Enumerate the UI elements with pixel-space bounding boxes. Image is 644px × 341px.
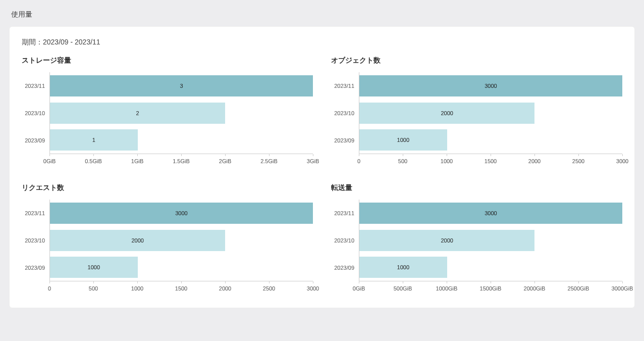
y-axis-label: 2023/09 (22, 254, 47, 281)
chart-area: 2023/112023/102023/093000200010000GiB500… (331, 200, 622, 296)
bar: 2000 (359, 230, 534, 251)
x-axis-label: 1GiB (131, 158, 143, 164)
y-axis-label: 2023/10 (22, 227, 47, 254)
x-axis-label: 1500 (485, 158, 497, 164)
charts-grid: ストレージ容量 2023/112023/102023/093210GiB0.5G… (22, 56, 622, 296)
y-axis-label: 2023/11 (22, 200, 47, 227)
chart-transfer: 転送量 2023/112023/102023/093000200010000Gi… (331, 183, 622, 296)
x-axis-label: 3000GiB (612, 285, 633, 291)
y-axis-label: 2023/09 (331, 254, 356, 281)
chart-storage: ストレージ容量 2023/112023/102023/093210GiB0.5G… (22, 56, 313, 168)
x-axis-label: 500GiB (394, 285, 412, 291)
chart-title-requests: リクエスト数 (22, 183, 313, 192)
bar: 1000 (359, 257, 447, 278)
y-axis-label: 2023/10 (22, 100, 47, 127)
bar: 3000 (50, 203, 313, 224)
bar: 3000 (359, 75, 622, 96)
chart-title-objects: オブジェクト数 (331, 56, 622, 65)
chart-area: 2023/112023/102023/093000200010000500100… (22, 200, 313, 296)
x-axis-label: 1000GiB (436, 285, 458, 291)
bar: 2000 (50, 230, 225, 251)
x-axis-label: 0.5GiB (85, 158, 102, 164)
chart-area: 2023/112023/102023/093000200010000500100… (331, 72, 622, 168)
x-axis-label: 2000GiB (524, 285, 546, 291)
chart-area: 2023/112023/102023/093210GiB0.5GiB1GiB1.… (22, 72, 313, 168)
x-axis-label: 0GiB (353, 285, 365, 291)
chart-title-storage: ストレージ容量 (22, 56, 313, 65)
bar: 3000 (359, 203, 622, 224)
x-axis-label: 0 (48, 285, 51, 291)
x-axis-label: 2500 (572, 158, 584, 164)
bar: 2000 (359, 103, 534, 124)
y-axis-label: 2023/10 (331, 100, 356, 127)
x-axis-label: 1500 (175, 285, 187, 291)
x-axis-label: 1500GiB (480, 285, 502, 291)
x-axis-label: 2500 (263, 285, 275, 291)
x-axis-label: 2000 (528, 158, 541, 164)
period-label: 期間：2023/09 - 2023/11 (22, 38, 622, 47)
bar: 2 (50, 103, 225, 124)
chart-objects: オブジェクト数 2023/112023/102023/0930002000100… (331, 56, 622, 168)
x-axis-label: 2500GiB (568, 285, 589, 291)
bar: 1 (50, 129, 138, 151)
page-title: 使用量 (0, 0, 644, 26)
x-axis-label: 1000 (441, 158, 453, 164)
y-axis-label: 2023/11 (331, 72, 356, 100)
x-axis-label: 500 (89, 285, 98, 291)
x-axis-label: 2000 (219, 285, 231, 291)
x-axis-label: 3000 (307, 285, 319, 291)
x-axis-label: 2GiB (219, 158, 231, 164)
chart-title-transfer: 転送量 (331, 183, 622, 192)
y-axis-label: 2023/10 (331, 227, 356, 254)
y-axis-label: 2023/11 (22, 72, 47, 100)
bar: 3 (50, 75, 313, 96)
x-axis-label: 0 (357, 158, 360, 164)
x-axis-label: 3000 (616, 158, 628, 164)
x-axis-label: 3GiB (307, 158, 319, 164)
bar: 1000 (359, 129, 447, 151)
y-axis-label: 2023/11 (331, 200, 356, 227)
y-axis-label: 2023/09 (331, 127, 356, 154)
usage-card: 期間：2023/09 - 2023/11 ストレージ容量 2023/112023… (9, 26, 635, 308)
x-axis-label: 2.5GiB (260, 158, 278, 164)
chart-requests: リクエスト数 2023/112023/102023/09300020001000… (22, 183, 313, 296)
x-axis-label: 0GiB (43, 158, 56, 164)
bar: 1000 (50, 257, 138, 278)
x-axis-label: 1000 (131, 285, 143, 291)
x-axis-label: 500 (398, 158, 407, 164)
y-axis-label: 2023/09 (22, 127, 47, 154)
x-axis-label: 1.5GiB (173, 158, 190, 164)
